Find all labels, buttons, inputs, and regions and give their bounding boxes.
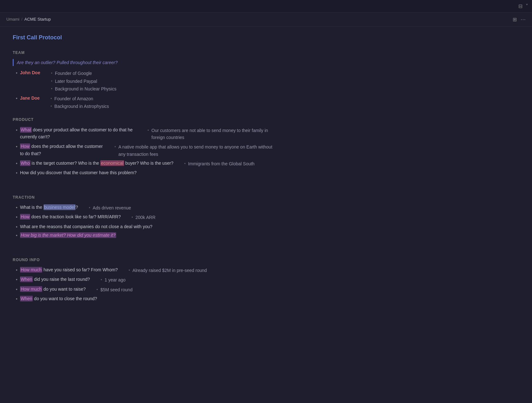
highlight-how-much-2: How much	[20, 286, 42, 292]
team-members-list: John Doe Founder of Google Later founded…	[13, 69, 273, 110]
list-item: How does the product allow the customer …	[16, 143, 273, 158]
highlight-when-1: When	[20, 276, 33, 282]
breadcrumb-separator: /	[21, 16, 23, 23]
list-item: 200k ARR	[132, 214, 156, 221]
breadcrumb-root[interactable]: Umami	[6, 16, 19, 23]
list-item: How did you discover that the customer h…	[16, 169, 273, 176]
traction-section-header: TRACTION	[13, 195, 273, 201]
round-q2-answers: 1 year ago	[92, 276, 125, 284]
product-q4: How did you discover that the customer h…	[20, 169, 136, 176]
product-q1-answers: Our customers are not able to send money…	[139, 127, 273, 142]
breadcrumb-bar: Umami / ACME Startup ⊞ ⋯	[0, 13, 532, 27]
product-q1: What does your product allow the custome…	[20, 126, 137, 141]
list-item: Jane Doe Founder of Amazon Background in…	[16, 95, 273, 111]
traction-q3: What are the reasons that companies do n…	[20, 223, 152, 230]
round-q1-answers: Already raised $2M in pre-seed round	[120, 267, 207, 274]
traction-section: TRACTION What is the business model? Ads…	[13, 195, 273, 239]
highlight-market: How big is the market? How did you estim…	[20, 232, 116, 238]
round-q3-answers: $5M seed round	[88, 286, 132, 294]
top-bar: ⊟ ˅	[0, 0, 532, 13]
jane-detail-1: Founder of Amazon	[54, 95, 93, 102]
round-q4: When do you want to close the round?	[20, 295, 97, 302]
collapse-icon[interactable]: ⊟	[518, 2, 522, 10]
list-item: How does the traction look like so far? …	[16, 213, 273, 221]
traction-q2-answer: 200k ARR	[136, 214, 156, 221]
highlight-business-model: business model	[43, 204, 76, 210]
list-item: Immigrants from the Global South	[184, 160, 255, 167]
round-q1-answer: Already raised $2M in pre-seed round	[132, 267, 207, 274]
list-item: A native mobile app that allows you to s…	[115, 143, 273, 158]
breadcrumb-actions: ⊞ ⋯	[513, 16, 526, 24]
list-item: John Doe Founder of Google Later founded…	[16, 69, 273, 93]
list-item: How much have you raised so far? From Wh…	[16, 266, 273, 274]
list-item: Already raised $2M in pre-seed round	[129, 267, 207, 274]
round-q2: When did you raise the last round?	[20, 276, 90, 283]
jane-detail-2: Background in Astrophysics	[54, 103, 109, 110]
round-q3: How much do you want to raise?	[20, 286, 86, 293]
john-details-list: Founder of Google Later founded Paypal B…	[43, 70, 116, 93]
list-item: 1 year ago	[101, 276, 125, 283]
list-item: When did you raise the last round? 1 yea…	[16, 276, 273, 284]
team-member-john: John Doe	[20, 69, 40, 76]
john-detail-2: Later founded Paypal	[55, 78, 97, 85]
product-questions-list: What does your product allow the custome…	[13, 126, 273, 177]
traction-q1: What is the business model?	[20, 204, 78, 211]
breadcrumb: Umami / ACME Startup	[6, 16, 51, 23]
team-section: TEAM Are they an outlier? Pulled through…	[13, 50, 273, 111]
list-item: Who is the target customer? Who is the e…	[16, 160, 273, 168]
traction-q2-answers: 200k ARR	[123, 214, 156, 221]
round-q1: How much have you raised so far? From Wh…	[20, 266, 118, 273]
team-section-header: TEAM	[13, 50, 273, 56]
traction-q1-answers: Ads driven revenue	[81, 204, 131, 212]
traction-q2: How does the traction look like so far? …	[20, 213, 121, 220]
list-item: $5M seed round	[96, 286, 132, 293]
chevron-down-icon[interactable]: ˅	[526, 2, 528, 10]
round-info-section: ROUND INFO How much have you raised so f…	[13, 257, 273, 303]
list-item: When do you want to close the round?	[16, 295, 273, 302]
round-q2-answer: 1 year ago	[104, 276, 125, 283]
highlight-economical: economical	[100, 160, 124, 166]
product-q3-answers: Immigrants from the Global South	[176, 160, 255, 168]
list-item: How big is the market? How did you estim…	[16, 232, 273, 239]
product-q3: Who is the target customer? Who is the e…	[20, 160, 173, 167]
layout-icon[interactable]: ⊞	[513, 16, 517, 24]
product-q2: How does the product allow the customer …	[20, 143, 104, 157]
round-info-section-header: ROUND INFO	[13, 257, 273, 263]
list-item: Our customers are not able to send money…	[148, 127, 273, 141]
more-options-icon[interactable]: ⋯	[521, 16, 526, 24]
list-item: Later founded Paypal	[51, 78, 116, 85]
product-q2-answer: A native mobile app that allows you to s…	[118, 143, 273, 158]
round-q3-answer: $5M seed round	[100, 286, 132, 293]
highlight-who: Who	[20, 160, 30, 166]
product-section: PRODUCT What does your product allow the…	[13, 117, 273, 177]
list-item: How much do you want to raise? $5M seed …	[16, 286, 273, 294]
product-q3-answer: Immigrants from the Global South	[188, 160, 255, 167]
page-title: First Call Protocol	[13, 33, 273, 42]
team-callout: Are they an outlier? Pulled throughout t…	[13, 59, 273, 66]
list-item: Founder of Amazon	[50, 95, 109, 102]
list-item: Ads driven revenue	[89, 204, 131, 211]
jane-details-list: Founder of Amazon Background in Astrophy…	[42, 95, 109, 111]
traction-q4: How big is the market? How did you estim…	[20, 232, 116, 239]
round-info-questions-list: How much have you raised so far? From Wh…	[13, 266, 273, 303]
traction-q1-answer: Ads driven revenue	[93, 204, 131, 211]
highlight-how-much-1: How much	[20, 267, 42, 273]
traction-questions-list: What is the business model? Ads driven r…	[13, 204, 273, 239]
team-member-jane: Jane Doe	[20, 95, 40, 102]
john-detail-3: Background in Nuclear Physics	[55, 85, 116, 92]
breadcrumb-current[interactable]: ACME Startup	[24, 16, 51, 23]
list-item: What does your product allow the custome…	[16, 126, 273, 142]
john-detail-1: Founder of Google	[55, 70, 92, 77]
highlight-how-traction: How	[20, 214, 30, 220]
highlight-how: How	[20, 143, 30, 149]
highlight-when-2: When	[20, 296, 33, 301]
list-item: What are the reasons that companies do n…	[16, 223, 273, 230]
list-item: Background in Nuclear Physics	[51, 85, 116, 92]
main-content: First Call Protocol TEAM Are they an out…	[0, 27, 286, 321]
highlight-what: What	[20, 127, 32, 133]
list-item: Founder of Google	[51, 70, 116, 77]
list-item: Background in Astrophysics	[50, 103, 109, 110]
product-q1-answer: Our customers are not able to send money…	[151, 127, 273, 141]
list-item: What is the business model? Ads driven r…	[16, 204, 273, 212]
product-section-header: PRODUCT	[13, 117, 273, 123]
